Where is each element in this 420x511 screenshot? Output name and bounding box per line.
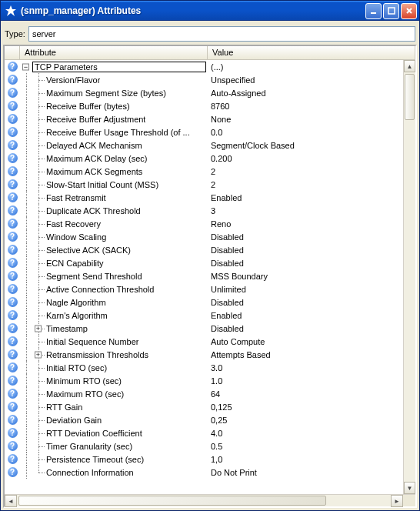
attribute-label[interactable]: TCP Parameters [32,62,206,72]
help-icon[interactable]: ? [8,310,18,320]
help-icon[interactable]: ? [8,205,18,215]
help-icon[interactable]: ? [8,402,18,412]
table-row[interactable]: ?Fast RecoveryReno [5,217,403,230]
attribute-label[interactable]: Maximum ACK Delay (sec) [45,154,147,163]
table-row[interactable]: ?Minimum RTO (sec)1.0 [5,374,403,387]
table-row[interactable]: ?+Retransmission ThresholdsAttempts Base… [5,348,403,361]
type-input[interactable] [28,26,415,42]
help-icon[interactable]: ? [8,336,18,346]
help-icon[interactable]: ? [8,362,18,372]
help-icon[interactable]: ? [8,127,18,137]
vertical-scrollbar[interactable]: ▲ ▼ [403,60,415,494]
value-cell[interactable]: Disabled [208,298,403,307]
value-cell[interactable]: 3 [208,206,403,215]
value-cell[interactable]: Auto Compute [208,337,403,346]
table-row[interactable]: ?Fast RetransmitEnabled [5,191,403,204]
help-icon[interactable]: ? [8,75,18,85]
table-row[interactable]: ?Persistence Timeout (sec)1,0 [5,453,403,466]
attribute-label[interactable]: Timestamp [45,324,88,333]
help-icon[interactable]: ? [8,376,18,386]
table-row[interactable]: ?RTT Gain0,125 [5,400,403,413]
help-icon[interactable]: ? [8,428,18,438]
help-icon[interactable]: ? [8,114,18,124]
collapse-icon[interactable]: − [22,63,29,70]
value-cell[interactable]: Reno [208,219,403,229]
expand-icon[interactable]: + [35,351,42,358]
attribute-label[interactable]: Fast Recovery [45,219,101,229]
table-row[interactable]: ?Version/FlavorUnspecified [5,73,403,86]
table-row[interactable]: ?Maximum RTO (sec)64 [5,387,403,400]
help-icon[interactable]: ? [8,166,18,176]
value-cell[interactable]: Unspecified [208,75,403,85]
table-row[interactable]: ?Nagle AlgorithmDisabled [5,296,403,309]
value-cell[interactable]: MSS Boundary [208,272,403,281]
value-cell[interactable]: 0.0 [208,128,403,137]
help-icon[interactable]: ? [8,192,18,202]
attribute-label[interactable]: Connection Information [45,468,134,477]
attribute-label[interactable]: Persistence Timeout (sec) [45,455,144,464]
help-icon[interactable]: ? [8,62,18,72]
value-cell[interactable]: Auto-Assigned [208,89,403,98]
help-icon[interactable]: ? [8,88,18,98]
help-icon[interactable]: ? [8,245,18,255]
value-cell[interactable]: 1,0 [208,455,403,464]
help-icon[interactable]: ? [8,258,18,268]
value-cell[interactable]: None [208,115,403,124]
help-icon[interactable]: ? [8,140,18,150]
value-cell[interactable]: 0.5 [208,442,403,451]
value-cell[interactable]: Do Not Print [208,468,403,477]
value-cell[interactable]: 0,25 [208,416,403,425]
help-icon[interactable]: ? [8,467,18,477]
help-icon[interactable]: ? [8,153,18,163]
value-cell[interactable]: 2 [208,167,403,176]
attribute-label[interactable]: Deviation Gain [45,416,102,425]
table-row[interactable]: ?RTT Deviation Coefficient4.0 [5,426,403,439]
attribute-label[interactable]: Initial RTO (sec) [45,363,107,372]
table-row[interactable]: ?Receive Buffer Usage Threshold (of ...0… [5,125,403,139]
attribute-label[interactable]: Receive Buffer Adjustment [45,115,145,124]
attribute-label[interactable]: Version/Flavor [45,75,100,85]
table-row[interactable]: ?Slow-Start Initial Count (MSS)2 [5,178,403,191]
attribute-label[interactable]: Slow-Start Initial Count (MSS) [45,180,158,189]
table-row[interactable]: ?Maximum Segment Size (bytes)Auto-Assign… [5,86,403,99]
table-row[interactable]: ?−TCP Parameters(...) [5,60,403,73]
value-cell[interactable]: Segment/Clock Based [208,141,403,150]
attribute-label[interactable]: Maximum RTO (sec) [45,389,124,399]
value-cell[interactable]: Disabled [208,245,403,255]
table-row[interactable]: ?Connection InformationDo Not Print [5,466,403,479]
help-icon[interactable]: ? [8,271,18,281]
attribute-label[interactable]: Segment Send Threshold [45,272,142,281]
value-cell[interactable]: 1.0 [208,376,403,386]
attribute-label[interactable]: Window Scaling [45,232,106,242]
horizontal-scrollbar[interactable]: ◄ ► [5,494,415,506]
close-button[interactable] [401,3,417,19]
value-cell[interactable]: 64 [208,389,403,399]
scroll-up-button[interactable]: ▲ [404,60,415,72]
table-row[interactable]: ?Active Connection ThresholdUnlimited [5,282,403,296]
table-row[interactable]: ?Maximum ACK Delay (sec)0.200 [5,152,403,165]
attribute-label[interactable]: Minimum RTO (sec) [45,376,122,386]
minimize-button[interactable] [365,3,382,19]
help-icon[interactable]: ? [8,284,18,294]
value-cell[interactable]: 3.0 [208,363,403,372]
attribute-label[interactable]: Active Connection Threshold [45,285,154,294]
header-value[interactable]: Value [208,46,415,59]
help-icon[interactable]: ? [8,454,18,464]
table-row[interactable]: ?Timer Granularity (sec)0.5 [5,439,403,453]
value-cell[interactable]: 8760 [208,102,403,111]
table-row[interactable]: ?Window ScalingDisabled [5,230,403,243]
header-attribute[interactable]: Attribute [20,46,208,59]
scroll-down-button[interactable]: ▼ [404,482,415,494]
table-row[interactable]: ?ECN CapabilityDisabled [5,256,403,269]
attribute-label[interactable]: Initial Sequence Number [45,337,138,346]
help-icon[interactable]: ? [8,389,18,399]
value-cell[interactable]: Enabled [208,193,403,202]
help-icon[interactable]: ? [8,179,18,189]
attribute-label[interactable]: Maximum Segment Size (bytes) [45,89,166,98]
attribute-label[interactable]: Delayed ACK Mechanism [45,141,142,150]
value-cell[interactable]: 0.200 [208,154,403,163]
value-cell[interactable]: 2 [208,180,403,189]
attribute-label[interactable]: Selective ACK (SACK) [45,245,131,255]
attribute-label[interactable]: Duplicate ACK Threshold [45,206,141,215]
help-icon[interactable]: ? [8,232,18,242]
